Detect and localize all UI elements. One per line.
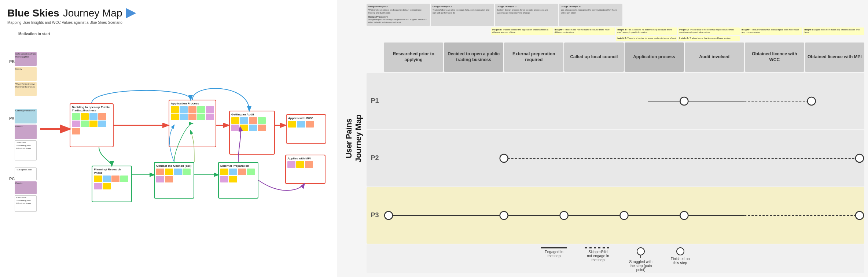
- legend-pain-circle-container: [637, 247, 645, 258]
- node-deciding: Deciding to open up Public Trading Busin…: [70, 103, 114, 147]
- sticky: [258, 117, 266, 124]
- col-header-4: Called up local council: [564, 43, 624, 72]
- sticky: [98, 113, 106, 120]
- insight-5b: Insight 2: There is a barrier for some t…: [616, 36, 677, 41]
- col-header-6: Audit involved: [685, 43, 744, 72]
- insight-col-8: Insight 5: Digital tools non-make app pr…: [803, 27, 864, 41]
- node-external-prep-title: External Preparation: [220, 164, 256, 167]
- svg-point-12: [385, 211, 393, 219]
- top-section: Design Principle 2: WCC makes it simple …: [367, 4, 864, 26]
- rotated-title: User PainsJourney Map: [344, 115, 363, 162]
- sticky: [197, 106, 205, 113]
- insight-col-5: Insight 3: This is local to no external …: [616, 27, 677, 41]
- p3-cells: [384, 187, 864, 244]
- principle-col-7: [744, 4, 804, 26]
- legend-engaged-label: Engaged inthe step: [545, 250, 563, 258]
- p1-row: P1: [367, 73, 864, 129]
- sticky: [98, 121, 106, 127]
- pa-stickies: Catering from home Passion I was time co…: [15, 109, 37, 160]
- sticky: [120, 176, 128, 182]
- persona-pa-label: PA: [9, 116, 14, 121]
- legend-struggled-label: Struggled withthe step (painpoint): [629, 260, 652, 272]
- play-icon[interactable]: [126, 8, 136, 18]
- insight-col-3: Insight 5: Traders felt like the applica…: [491, 27, 553, 41]
- node-application-title: Application Process: [171, 102, 214, 105]
- sticky: [89, 121, 98, 127]
- sticky: [197, 114, 205, 120]
- sticky: [288, 121, 296, 128]
- sticky: [180, 106, 188, 113]
- p2-journey-svg: [384, 130, 864, 186]
- node-planning-title: Planning/ Research Phase: [94, 168, 130, 174]
- sticky: [240, 125, 248, 131]
- legend-finish-circle: [676, 247, 684, 255]
- insight-4: Insight 4: Traders are not the same beca…: [553, 27, 615, 36]
- principle-5-text: We allow people, recognise the communica…: [561, 8, 621, 15]
- principle-col-1: Design Principle 2: WCC makes it simple …: [367, 4, 430, 26]
- sticky: [81, 121, 89, 127]
- sticky: [72, 113, 80, 120]
- svg-point-16: [680, 211, 688, 219]
- pc-sticky-1: Had a pizza stall: [15, 167, 37, 180]
- node-applies-mpi-title: Applies with MPI: [287, 157, 323, 160]
- legend-struggled: Struggled withthe step (painpoint): [629, 247, 652, 272]
- legend-pain-line: [640, 255, 641, 258]
- sticky: [89, 113, 98, 120]
- sticky: [249, 117, 257, 124]
- subtitle: Mapping User Insights and WCC Values aga…: [7, 21, 330, 25]
- col-header-2: Decided to open a public trading busines…: [444, 43, 503, 72]
- sticky: [81, 113, 89, 120]
- persona-pb-label: PB: [9, 59, 15, 64]
- pb-sticky-1: Safe something from their daughter: [15, 52, 37, 66]
- sticky: [229, 169, 237, 175]
- node-planning: Planning/ Research Phase: [92, 166, 132, 202]
- sticky: [72, 128, 80, 134]
- p3-row: P3: [367, 187, 864, 244]
- col-header-7: Obtained licence with WCC: [745, 43, 804, 72]
- legend-skipped: Skipped/didnot engage inthe step: [585, 247, 611, 272]
- legend-finished: Finished onthis step: [671, 247, 690, 272]
- svg-point-14: [560, 211, 568, 219]
- sticky: [165, 176, 173, 182]
- pa-sticky-1: Catering from home: [15, 109, 37, 123]
- node-audit: Getting an Audit: [229, 111, 275, 155]
- svg-point-13: [500, 211, 508, 219]
- node-application: Application Process: [169, 100, 216, 147]
- sticky: [206, 106, 214, 113]
- sticky: [94, 176, 102, 182]
- principle-2-title: Design Principle 3:: [433, 5, 492, 8]
- svg-point-17: [856, 211, 864, 219]
- arrows-svg: [7, 32, 330, 274]
- sticky: [156, 176, 164, 182]
- principle-3-text: System design process for all people, pr…: [497, 8, 556, 15]
- sticky: [258, 125, 266, 131]
- sticky: [247, 169, 255, 175]
- col-header-8: Obtained licence with MPI: [805, 43, 864, 72]
- pc-sticky-3: It was time consuming and difficult at t…: [15, 195, 37, 212]
- insight-empty-2: [429, 27, 490, 41]
- sticky: [156, 169, 164, 175]
- p2-cells: [384, 130, 864, 186]
- sticky: [306, 121, 314, 128]
- sticky: [229, 176, 237, 182]
- node-external-prep: External Preparation: [218, 162, 258, 199]
- legend-solid-line: [541, 247, 567, 248]
- node-applies-wcc: Applies with WCC: [286, 114, 326, 144]
- principle-col-4: Design Principle 4: We allow people, rec…: [559, 4, 622, 26]
- sticky: [103, 183, 111, 189]
- insight-8: Insight 5: Digital tools non-make app pr…: [803, 27, 864, 36]
- sticky: [305, 161, 313, 168]
- journey-map-right: User PainsJourney Map Design Principle 2…: [341, 4, 864, 273]
- title-normal: Journey Map: [63, 7, 122, 19]
- svg-point-5: [680, 97, 688, 105]
- pb-sticky-3: Was informed knew their that the money: [15, 82, 37, 96]
- principle-col-3: Design Principle 1: System design proces…: [495, 4, 558, 26]
- principle-2-text: Traders/others are able to obtain help, …: [433, 8, 492, 15]
- pb-stickies: Safe something from their daughter Money…: [15, 52, 37, 96]
- legend-row: Engaged inthe step Skipped/didnot engage…: [367, 244, 864, 273]
- principle-col-5: [623, 4, 683, 26]
- col-header-1: Researched prior to applying: [384, 43, 443, 72]
- pc-sticky-2: Passion: [15, 181, 37, 194]
- insight-6b: Insight 1: Traders forms that transcend …: [678, 36, 740, 41]
- sticky: [231, 125, 239, 131]
